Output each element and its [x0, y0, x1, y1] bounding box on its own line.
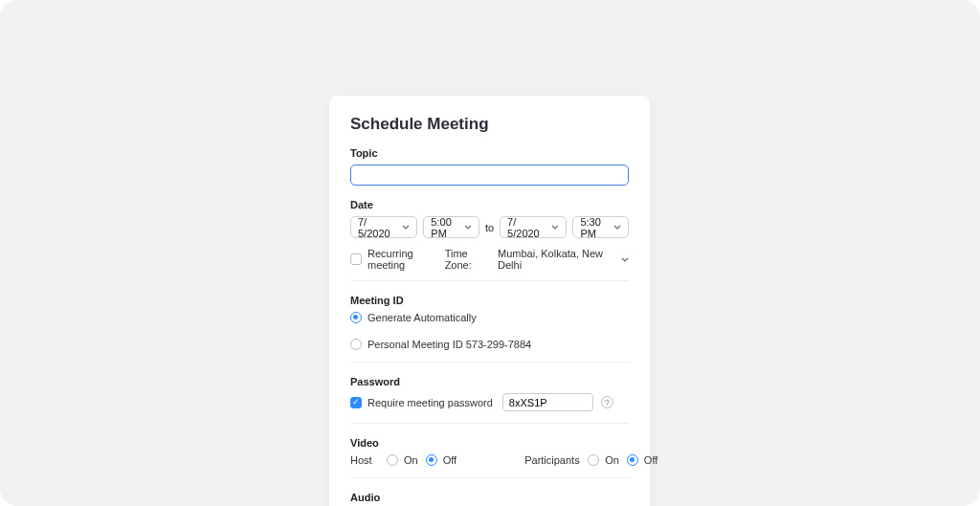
video-row: Host On Off Participants On Off [350, 454, 629, 466]
to-label: to [485, 222, 494, 233]
schedule-meeting-modal: Schedule Meeting Topic Date 7/ 5/2020 5:… [329, 96, 650, 506]
meeting-id-row: Generate Automatically Personal Meeting … [350, 312, 629, 350]
end-time-value: 5:30 PM [580, 216, 610, 239]
recurring-row: Recurring meeting Time Zone: Mumbai, Kol… [350, 248, 629, 271]
audio-label: Audio [350, 492, 629, 503]
recurring-checkbox[interactable] [350, 253, 362, 265]
host-on-label: On [404, 454, 418, 466]
timezone-label: Time Zone: [445, 248, 493, 271]
radio-icon [588, 454, 599, 466]
start-time-value: 5:00 PM [431, 216, 460, 239]
radio-icon [350, 312, 362, 323]
participants-on-option[interactable]: On [588, 454, 619, 466]
radio-icon [627, 454, 638, 466]
radio-icon [387, 454, 398, 466]
date-row: 7/ 5/2020 5:00 PM to 7/ 5/2020 5:30 PM [350, 216, 629, 238]
participants-off-label: Off [644, 454, 657, 466]
start-date-select[interactable]: 7/ 5/2020 [350, 216, 417, 238]
timezone-group: Time Zone: Mumbai, Kolkata, New Delhi [445, 248, 629, 271]
chevron-down-icon [551, 225, 559, 230]
password-row: Require meeting password ? [350, 393, 629, 411]
password-input[interactable] [502, 393, 593, 411]
recurring-label: Recurring meeting [368, 248, 445, 271]
start-time-select[interactable]: 5:00 PM [423, 216, 479, 238]
generate-auto-option[interactable]: Generate Automatically [350, 312, 477, 323]
radio-icon [350, 339, 362, 350]
require-password-label: Require meeting password [368, 397, 493, 408]
meeting-id-label: Meeting ID [350, 295, 629, 306]
timezone-value: Mumbai, Kolkata, New Delhi [498, 248, 617, 271]
help-icon[interactable]: ? [601, 396, 613, 408]
chevron-down-icon [402, 225, 410, 230]
radio-icon [426, 454, 437, 466]
personal-id-option[interactable]: Personal Meeting ID 573-299-7884 [350, 339, 531, 350]
require-password-checkbox[interactable] [350, 397, 362, 408]
timezone-select[interactable]: Mumbai, Kolkata, New Delhi [498, 248, 629, 271]
host-on-option[interactable]: On [387, 454, 418, 466]
topic-input[interactable] [350, 165, 629, 186]
chevron-down-icon [621, 257, 629, 262]
host-off-option[interactable]: Off [426, 454, 457, 466]
personal-id-label: Personal Meeting ID 573-299-7884 [368, 339, 531, 350]
divider [350, 477, 629, 478]
host-off-label: Off [443, 454, 457, 466]
start-date-value: 7/ 5/2020 [358, 216, 398, 239]
divider [350, 362, 629, 363]
participants-label: Participants [524, 454, 580, 466]
end-time-select[interactable]: 5:30 PM [572, 216, 629, 238]
end-date-value: 7/ 5/2020 [507, 216, 547, 239]
generate-auto-label: Generate Automatically [368, 312, 477, 323]
divider [350, 423, 629, 424]
password-label: Password [350, 376, 629, 387]
host-label: Host [350, 454, 379, 466]
participants-off-option[interactable]: Off [627, 454, 657, 466]
page-background: Schedule Meeting Topic Date 7/ 5/2020 5:… [0, 0, 980, 506]
divider [350, 280, 629, 281]
topic-label: Topic [350, 147, 629, 159]
chevron-down-icon [613, 225, 621, 230]
participants-on-label: On [605, 454, 619, 466]
recurring-group: Recurring meeting [350, 248, 445, 271]
chevron-down-icon [464, 225, 472, 230]
end-date-select[interactable]: 7/ 5/2020 [500, 216, 567, 238]
date-label: Date [350, 199, 629, 210]
video-label: Video [350, 437, 629, 449]
modal-title: Schedule Meeting [350, 115, 629, 134]
